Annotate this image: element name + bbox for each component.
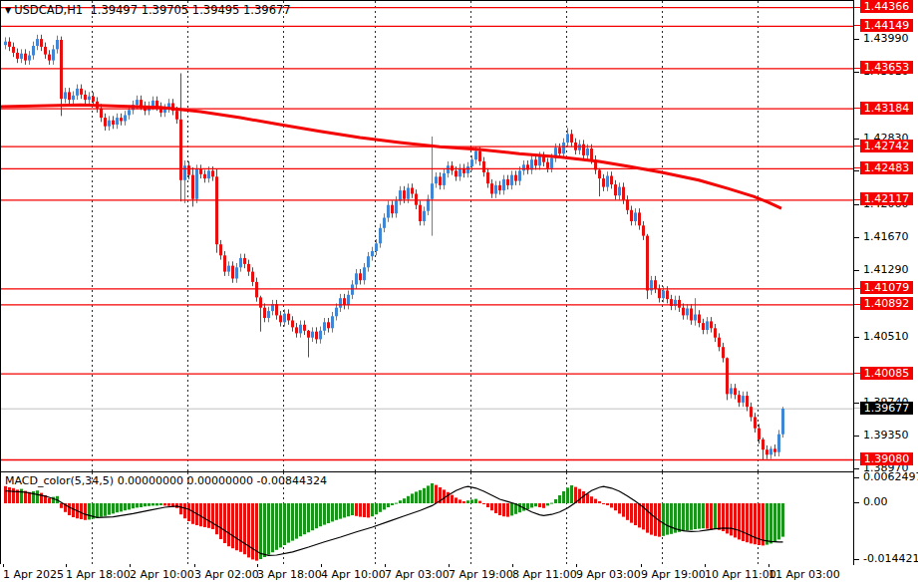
candle-body xyxy=(195,169,198,199)
macd-bar xyxy=(100,503,103,517)
ohlc-readout: 1.39497 1.39705 1.39495 1.39677 xyxy=(90,3,290,17)
macd-bar xyxy=(622,503,625,517)
symbol-dropdown-icon[interactable]: ▼ xyxy=(5,6,11,15)
candle-body xyxy=(359,273,362,280)
candle-body xyxy=(20,54,23,59)
macd-bar xyxy=(128,503,131,509)
candle-body xyxy=(40,39,43,47)
candle-body xyxy=(239,258,242,267)
macd-bar xyxy=(626,503,629,520)
candle-body xyxy=(678,300,681,308)
price-scale[interactable]: 1.439901.436101.428301.424501.420601.416… xyxy=(854,0,918,588)
macd-bar xyxy=(339,503,342,519)
candle-body xyxy=(351,285,354,295)
macd-bar xyxy=(586,493,589,503)
price-panel[interactable] xyxy=(1,1,854,471)
macd-bar xyxy=(259,503,262,559)
candle-body xyxy=(506,179,509,185)
candle-body xyxy=(570,134,573,143)
macd-bar xyxy=(562,491,565,503)
chart-window: ▼USDCAD,H1 1.39497 1.39705 1.39495 1.396… xyxy=(0,0,918,588)
price-axis-label: 1.40510 xyxy=(863,331,909,343)
candle-body xyxy=(128,110,131,115)
macd-bar xyxy=(187,503,190,521)
macd-bar xyxy=(614,503,617,510)
candle-body xyxy=(754,418,757,429)
macd-bar xyxy=(199,503,202,526)
candle-body xyxy=(765,449,768,454)
macd-bar xyxy=(148,503,151,506)
candle-body xyxy=(223,255,226,271)
candle-body xyxy=(72,96,75,100)
macd-bar xyxy=(502,503,505,516)
price-axis-tick xyxy=(854,139,859,140)
macd-bar xyxy=(335,503,338,520)
price-axis-tick xyxy=(854,436,859,437)
candle-body xyxy=(179,120,182,180)
candle-body xyxy=(299,325,302,334)
candle-body xyxy=(738,395,741,403)
macd-axis-tick xyxy=(854,502,859,503)
time-axis-tick xyxy=(768,564,769,567)
macd-bar xyxy=(618,503,621,513)
macd-bar xyxy=(431,483,434,503)
candle-body xyxy=(92,97,95,102)
time-axis-label: 11 Apr 03:00 xyxy=(768,568,840,581)
macd-bar xyxy=(750,503,753,543)
macd-bar xyxy=(482,503,485,504)
macd-bar xyxy=(155,503,158,505)
macd-bar xyxy=(275,503,278,550)
candle-body xyxy=(510,175,513,185)
macd-bar xyxy=(231,503,234,548)
macd-bar xyxy=(124,503,127,510)
macd-bar xyxy=(243,503,246,554)
macd-bar xyxy=(367,503,370,517)
macd-bar xyxy=(662,503,665,536)
macd-bar xyxy=(12,488,15,503)
macd-bar xyxy=(144,503,147,506)
price-level-badge: 1.44149 xyxy=(860,19,913,32)
macd-bar xyxy=(710,503,713,529)
macd-bar xyxy=(610,503,613,507)
candle-body xyxy=(387,205,390,218)
macd-bar xyxy=(670,503,673,534)
macd-axis-label: 0.0062497 xyxy=(863,471,918,483)
candle-body xyxy=(582,145,585,155)
candle-body xyxy=(203,174,206,178)
price-level-badge: 1.40085 xyxy=(860,367,913,380)
price-level-badge: 1.42483 xyxy=(860,161,913,174)
candle-body xyxy=(88,97,91,100)
macd-bar xyxy=(303,503,306,534)
macd-bar xyxy=(506,503,509,517)
candle-body xyxy=(76,89,79,96)
price-axis-label: 1.41290 xyxy=(863,264,909,276)
macd-bar xyxy=(459,499,461,503)
candle-body xyxy=(646,236,649,291)
price-axis-tick xyxy=(854,468,859,469)
candle-body xyxy=(550,158,553,168)
macd-bar xyxy=(4,486,7,503)
macd-bar xyxy=(239,503,242,552)
time-axis[interactable]: 1 Apr 20251 Apr 18:002 Apr 10:003 Apr 02… xyxy=(0,564,853,588)
macd-bar xyxy=(538,503,541,507)
macd-bar xyxy=(319,503,322,526)
macd-bar xyxy=(666,503,669,535)
candle-body xyxy=(307,331,310,338)
macd-bar xyxy=(403,498,406,503)
candle-body xyxy=(12,47,15,53)
candle-body xyxy=(311,332,314,338)
macd-bar xyxy=(765,503,768,545)
candle-body xyxy=(44,47,47,55)
macd-bar xyxy=(478,501,481,503)
candle-body xyxy=(455,170,458,176)
candle-body xyxy=(383,218,386,228)
candle-body xyxy=(626,200,629,210)
macd-bar xyxy=(295,503,298,539)
candle-body xyxy=(478,151,481,161)
macd-bar xyxy=(20,489,23,503)
price-level-badge: 1.41079 xyxy=(860,281,913,294)
macd-bar xyxy=(60,503,63,508)
macd-bar xyxy=(84,503,87,520)
price-axis-label: 1.39350 xyxy=(863,430,909,441)
time-axis-label: 4 Apr 10:00 xyxy=(321,568,386,581)
